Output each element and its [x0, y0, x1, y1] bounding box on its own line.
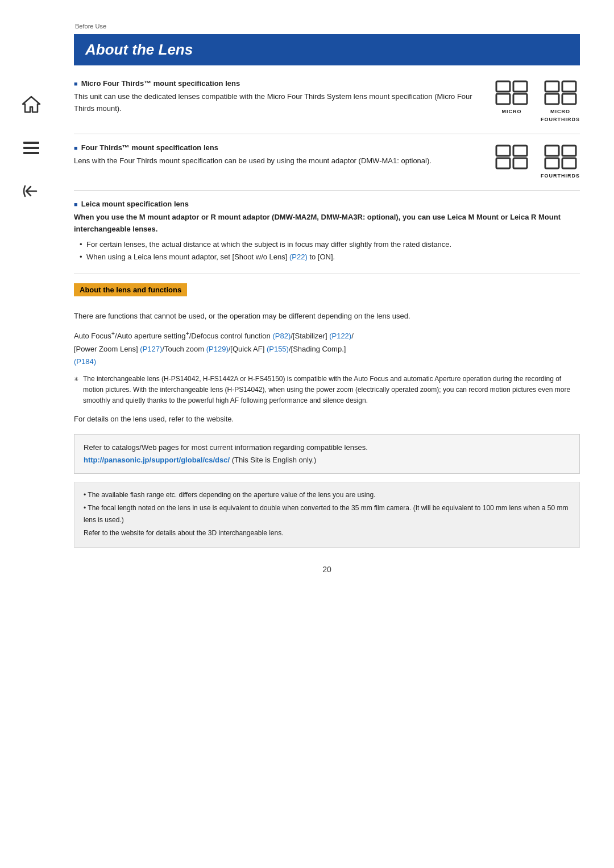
four-thirds-logos: FOURTHIRDS [494, 143, 580, 179]
micro-four-thirds-text: This unit can use the dedicated lenses c… [74, 91, 483, 115]
svg-rect-10 [562, 94, 576, 104]
info-box: Refer to catalogs/Web pages for most cur… [74, 434, 580, 474]
four-thirds-body: Four Thirds™ mount specification lens Le… [74, 143, 580, 179]
bottom-note-2: • The focal length noted on the lens in … [84, 502, 570, 526]
page-number: 20 [74, 565, 580, 574]
four-thirds-header: Four Thirds™ mount specification lens [74, 143, 483, 152]
four-thirds-logo-2-text: FOURTHIRDS [541, 173, 580, 179]
leica-bullet-list: For certain lenses, the actual distance … [74, 239, 580, 264]
divider-1 [74, 134, 580, 134]
sup2: + [185, 330, 189, 337]
menu-icon[interactable] [18, 134, 45, 162]
four-thirds-text: Lens with the Four Thirds mount specific… [74, 155, 483, 167]
main-content: Before Use About the Lens Micro Four Thi… [63, 0, 614, 868]
svg-rect-13 [496, 158, 510, 168]
svg-rect-18 [562, 158, 576, 168]
svg-rect-6 [513, 94, 527, 104]
svg-rect-17 [545, 158, 559, 168]
micro-four-thirds-logos: MICRO MICRO FOURTHIRDS [494, 79, 580, 122]
p155-link[interactable]: (P155) [267, 345, 289, 353]
micro-logo-2-line2: FOURTHIRDS [541, 117, 580, 122]
p127-link[interactable]: (P127) [140, 345, 162, 353]
svg-rect-12 [513, 146, 527, 156]
svg-rect-15 [545, 146, 559, 156]
four-thirds-logo-1 [494, 143, 529, 171]
four-thirds-logo-2: FOURTHIRDS [541, 143, 580, 179]
breadcrumb: Before Use [74, 23, 580, 30]
bottom-note-1: • The available flash range etc. differs… [84, 489, 570, 501]
micro-logo-1: MICRO [494, 79, 529, 114]
svg-rect-9 [545, 94, 559, 104]
four-thirds-section: Four Thirds™ mount specification lens Le… [74, 143, 580, 179]
svg-rect-5 [496, 94, 510, 104]
svg-rect-3 [496, 81, 510, 92]
info-box-url[interactable]: http://panasonic.jp/support/global/cs/ds… [84, 456, 230, 464]
micro-four-thirds-section: Micro Four Thirds™ mount specification l… [74, 79, 580, 122]
functions-para1: There are functions that cannot be used,… [74, 310, 580, 323]
leica-bullet-2: When using a Leica lens mount adaptor, s… [80, 251, 580, 263]
micro-logo-2-line1: MICRO [550, 109, 570, 114]
functions-para3: For details on the lens used, refer to t… [74, 413, 580, 425]
p82-link[interactable]: (P82) [272, 332, 291, 341]
bottom-notes: • The available flash range etc. differs… [74, 482, 580, 548]
leica-section: Leica mount specification lens When you … [74, 200, 580, 263]
functions-section: About the lens and functions There are f… [74, 283, 580, 425]
asterisk-note: The interchangeable lens (H-PS14042, H-F… [74, 374, 580, 407]
svg-rect-8 [562, 81, 576, 92]
svg-rect-2 [23, 152, 39, 154]
functions-header-text: About the lens and functions [80, 286, 181, 294]
back-icon[interactable] [18, 177, 45, 205]
info-box-text: Refer to catalogs/Web pages for most cur… [84, 443, 368, 452]
bottom-note-3: Refer to the website for details about t… [84, 527, 570, 539]
leica-p22-link[interactable]: (P22) [289, 253, 308, 261]
leica-bullet-1: For certain lenses, the actual distance … [80, 239, 580, 251]
divider-2 [74, 190, 580, 191]
sup1: + [111, 330, 115, 337]
functions-header-box: About the lens and functions [74, 283, 187, 296]
p184-link[interactable]: (P184) [74, 357, 96, 366]
page-title: About the Lens [85, 41, 569, 59]
micro-four-thirds-body: Micro Four Thirds™ mount specification l… [74, 79, 580, 122]
svg-rect-14 [513, 158, 527, 168]
micro-logo-2: MICRO FOURTHIRDS [541, 79, 580, 122]
leica-header: Leica mount specification lens [74, 200, 580, 208]
svg-rect-16 [562, 146, 576, 156]
p129-link[interactable]: (P129) [206, 345, 229, 353]
home-icon[interactable] [18, 91, 45, 118]
sidebar [0, 0, 63, 868]
title-banner: About the Lens [74, 34, 580, 65]
divider-3 [74, 274, 580, 274]
functions-para2: Auto Focus+/Auto aperture setting+/Defoc… [74, 328, 580, 368]
svg-rect-11 [496, 146, 510, 156]
svg-rect-7 [545, 81, 559, 92]
leica-bold-text: When you use the M mount adaptor or R mo… [74, 212, 580, 235]
micro-logo-1-text: MICRO [502, 109, 522, 114]
svg-rect-4 [513, 81, 527, 92]
micro-four-thirds-header: Micro Four Thirds™ mount specification l… [74, 79, 483, 88]
svg-rect-1 [23, 147, 39, 149]
info-box-url-suffix: (This Site is English only.) [232, 456, 317, 464]
svg-rect-0 [23, 142, 39, 144]
p122-link[interactable]: (P122) [329, 332, 351, 341]
